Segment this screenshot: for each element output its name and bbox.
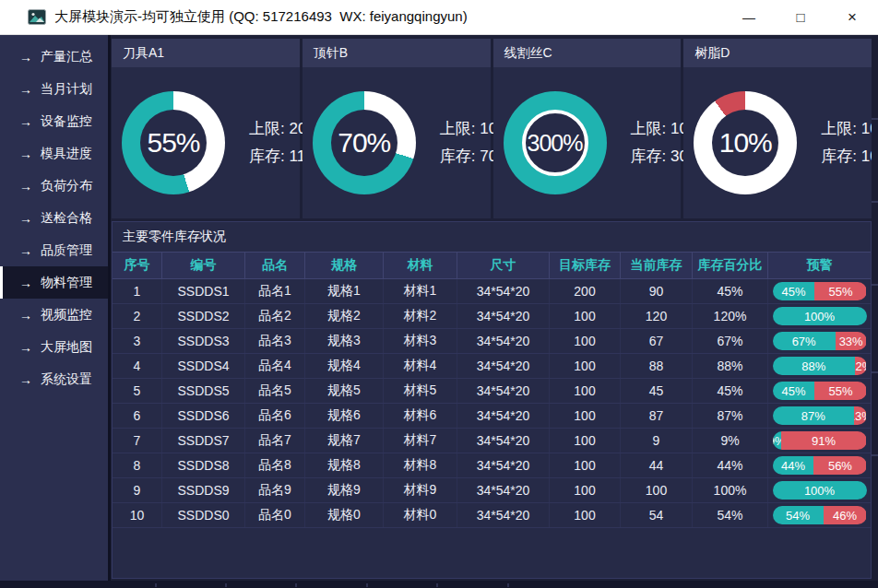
table-row[interactable]: 9SSDDS9品名9规格9材料934*54*20100100100%100% — [113, 478, 871, 503]
arrow-icon: → — [19, 50, 32, 65]
donut-hole: 55% — [140, 110, 207, 176]
arrow-icon: → — [19, 340, 32, 355]
table-row[interactable]: 1SSDDS1品名1规格1材料134*54*202009045%45%55% — [113, 279, 871, 304]
bar-segment-warning: 56% — [813, 456, 866, 475]
sidebar-item-模具进度[interactable]: → 模具进度 — [0, 137, 108, 170]
table-cell: 规格3 — [304, 329, 383, 353]
sidebar-item-产量汇总[interactable]: → 产量汇总 — [0, 41, 108, 73]
table-cell: 9% — [692, 429, 767, 453]
app-window: 大屏模块演示-均可独立使用 (QQ: 517216493 WX: feiyang… — [0, 0, 878, 588]
card-title: 刀具A1 — [112, 39, 300, 67]
card-info: 上限: 100 库存: 10 — [821, 115, 878, 171]
scrollbar[interactable] — [872, 35, 878, 581]
table-cell: 品名0 — [244, 503, 304, 527]
window-title: 大屏模块演示-均可独立使用 (QQ: 517216493 WX: feiyang… — [54, 8, 468, 26]
table-row[interactable]: 7SSDDS7品名7规格7材料734*54*2010099%9%91% — [113, 429, 871, 453]
table-cell: 34*54*20 — [457, 279, 549, 303]
table-row[interactable]: 4SSDDS4品名4规格4材料434*54*201008888%88%12% — [113, 354, 871, 379]
sidebar-item-送检合格[interactable]: → 送检合格 — [0, 202, 108, 234]
table-cell: 4 — [113, 354, 161, 378]
window-controls: — □ × — [723, 0, 878, 34]
arrow-icon: → — [19, 308, 32, 323]
warning-bar-cell: 45%55% — [767, 279, 871, 303]
table-cell: 品名4 — [244, 354, 304, 378]
table-cell: 34*54*20 — [457, 503, 549, 527]
warning-progress-bar: 100% — [773, 481, 867, 500]
table-cell: 34*54*20 — [457, 429, 549, 453]
bar-segment-ok: 45% — [773, 282, 815, 300]
table-cell: 规格7 — [304, 429, 383, 453]
warning-progress-bar: 67%33% — [773, 332, 867, 350]
table-cell: 100 — [549, 478, 620, 502]
sidebar-item-负荷分布[interactable]: → 负荷分布 — [0, 170, 108, 202]
scrollbar-tick — [872, 284, 878, 286]
sidebar-item-label: 负荷分布 — [41, 178, 92, 194]
scrollbar-tick — [872, 118, 878, 120]
sidebar-item-label: 模具进度 — [41, 146, 92, 162]
table-row[interactable]: 5SSDDS5品名5规格5材料534*54*201004545%45%55% — [113, 379, 871, 404]
table-row[interactable]: 2SSDDS2品名2规格2材料234*54*20100120120%100% — [113, 304, 871, 329]
donut-hole: 70% — [331, 110, 397, 176]
card-title: 线割丝C — [493, 39, 682, 67]
column-header-库存百分比: 库存百分比 — [692, 253, 767, 278]
scrollbar-tick — [872, 371, 878, 373]
warning-progress-bar: 54%46% — [773, 506, 867, 524]
table-row[interactable]: 8SSDDS8品名8规格8材料834*54*201004444%44%56% — [113, 453, 871, 478]
bar-segment-warning: 91% — [781, 431, 867, 450]
table-cell: 120% — [692, 304, 767, 328]
sidebar-item-大屏地图[interactable]: → 大屏地图 — [0, 331, 108, 363]
column-header-序号: 序号 — [113, 253, 161, 278]
sidebar-item-系统设置[interactable]: → 系统设置 — [0, 363, 108, 395]
table-cell: 品名5 — [244, 379, 304, 403]
card-body: 10% 上限: 100 库存: 10 — [683, 67, 872, 218]
sidebar-item-视频监控[interactable]: → 视频监控 — [0, 299, 108, 331]
table-row[interactable]: 6SSDDS6品名6规格6材料634*54*201008787%87%13% — [113, 404, 871, 429]
table-cell: 品名3 — [244, 329, 304, 353]
warning-bar-cell: 100% — [767, 304, 871, 328]
sidebar-item-设备监控[interactable]: → 设备监控 — [0, 105, 108, 137]
table-panel-title: 主要零件库存状况 — [113, 222, 871, 252]
table-cell: 100% — [692, 478, 767, 502]
donut-chart: 300% — [504, 91, 607, 194]
scrollbar-tick — [872, 201, 878, 203]
bar-segment-ok: 45% — [773, 382, 815, 400]
table-cell: 90 — [620, 279, 692, 303]
stat-card: 树脂D 10% 上限: 100 库存: 10 — [683, 39, 872, 218]
donut-chart: 70% — [313, 91, 416, 194]
table-cell: 8 — [113, 453, 161, 477]
stock-line: 库存: 10 — [821, 143, 878, 171]
bar-segment-ok: 54% — [773, 506, 824, 524]
table-row[interactable]: 10SSDDS0品名0规格0材料034*54*201005454%54%46% — [113, 503, 871, 528]
warning-progress-bar: 45%55% — [773, 382, 867, 400]
table-row[interactable]: 3SSDDS3品名3规格3材料334*54*201006767%67%33% — [113, 329, 871, 354]
warning-progress-bar: 100% — [773, 307, 867, 325]
table-cell: SSDDS3 — [161, 329, 244, 353]
bottom-edge-tick — [225, 583, 227, 587]
sidebar-item-当月计划[interactable]: → 当月计划 — [0, 73, 108, 105]
bottom-edge-tick — [155, 583, 157, 587]
table-cell: 10 — [113, 503, 161, 527]
sidebar-item-物料管理[interactable]: → 物料管理 — [0, 266, 108, 299]
table-cell: 规格1 — [304, 279, 383, 303]
app-icon — [28, 9, 46, 25]
arrow-icon: → — [19, 147, 32, 161]
warning-bar-cell: 67%33% — [767, 329, 871, 353]
table-cell: 品名1 — [244, 279, 304, 303]
table-cell: 规格5 — [304, 379, 383, 403]
table-cell: 材料8 — [383, 453, 457, 477]
maximize-button[interactable]: □ — [775, 0, 826, 34]
arrow-icon: → — [19, 276, 32, 290]
close-button[interactable]: × — [826, 0, 878, 34]
table-cell: 品名8 — [244, 453, 304, 477]
table-cell: 9 — [113, 478, 161, 502]
table-cell: 34*54*20 — [457, 478, 549, 502]
table-cell: 材料2 — [383, 304, 457, 328]
sidebar-item-品质管理[interactable]: → 品质管理 — [0, 234, 108, 266]
table-cell: 材料3 — [383, 329, 457, 353]
table-cell: 34*54*20 — [457, 379, 549, 403]
donut-percent-label: 10% — [719, 127, 772, 159]
card-body: 55% 上限: 200 库存: 110 — [112, 67, 300, 218]
minimize-button[interactable]: — — [723, 0, 775, 34]
column-header-规格: 规格 — [304, 253, 383, 278]
bar-segment-warning: 33% — [836, 332, 867, 350]
